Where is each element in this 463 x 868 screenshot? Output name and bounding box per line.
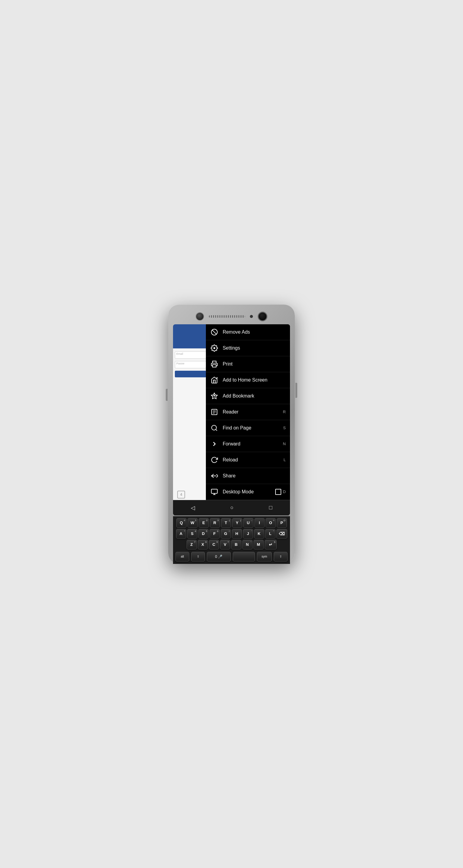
forward-shortcut: N — [283, 441, 286, 446]
key-t[interactable]: (T — [221, 518, 231, 528]
menu-item-find[interactable]: Find on Page S — [206, 420, 290, 436]
sensor-dot — [250, 315, 253, 318]
key-d[interactable]: 5D — [198, 529, 209, 538]
key-x[interactable]: 8X — [198, 540, 208, 550]
desktop-shortcut: D — [283, 490, 286, 494]
reload-shortcut: L — [284, 458, 286, 462]
tabs-count[interactable]: 4 — [177, 491, 185, 498]
svg-line-1 — [212, 330, 216, 334]
key-space[interactable] — [233, 552, 255, 561]
gear-icon — [210, 344, 219, 352]
key-m[interactable]: M — [253, 540, 264, 550]
reader-shortcut: R — [283, 410, 286, 414]
key-n[interactable]: 'N — [242, 540, 253, 550]
key-i[interactable]: I — [254, 518, 265, 528]
phone-device: 4 Email Passw Remove Ads — [168, 304, 295, 564]
settings-label: Settings — [223, 345, 286, 351]
svg-point-12 — [212, 425, 216, 430]
power-button[interactable] — [296, 383, 297, 398]
key-c[interactable]: 9C — [209, 540, 219, 550]
key-k[interactable]: K — [254, 529, 265, 538]
key-r[interactable]: 3R — [210, 518, 220, 528]
password-field: Passw — [175, 361, 206, 368]
print-label: Print — [223, 361, 286, 367]
key-alt[interactable]: alt — [176, 552, 189, 561]
key-q[interactable]: #Q — [176, 518, 187, 528]
key-a[interactable]: *A — [176, 529, 186, 538]
key-z[interactable]: 7Z — [187, 540, 197, 550]
context-menu: Remove Ads Settings Print — [206, 324, 290, 500]
menu-item-desktop-mode[interactable]: Desktop Mode D — [206, 484, 290, 500]
reload-icon — [210, 456, 219, 464]
reload-label: Reload — [223, 457, 284, 463]
add-home-label: Add to Home Screen — [223, 377, 286, 383]
key-p[interactable]: @P — [277, 518, 287, 528]
forward-icon — [210, 440, 219, 448]
front-camera-icon — [196, 312, 204, 321]
key-o[interactable]: +O — [266, 518, 276, 528]
svg-rect-16 — [211, 489, 217, 493]
home-button[interactable]: ○ — [224, 503, 240, 512]
key-sym[interactable]: sym — [257, 552, 272, 561]
back-button[interactable]: ◁ — [185, 503, 201, 513]
find-label: Find on Page — [223, 425, 283, 431]
menu-item-forward[interactable]: Forward N — [206, 436, 290, 452]
email-field: Email — [175, 351, 206, 359]
key-j[interactable]: 'J — [243, 529, 253, 538]
recents-button[interactable]: □ — [263, 503, 278, 512]
key-v[interactable]: ?V — [220, 540, 230, 550]
desktop-icon — [210, 488, 219, 496]
desktop-mode-checkbox[interactable] — [275, 489, 281, 495]
volume-button[interactable] — [166, 389, 167, 401]
add-bookmark-label: Add Bookmark — [223, 393, 286, 399]
key-g[interactable]: /G — [221, 529, 231, 538]
desktop-mode-label: Desktop Mode — [223, 489, 273, 495]
svg-line-13 — [216, 429, 217, 430]
phone-screen: 4 Email Passw Remove Ads — [173, 324, 290, 516]
key-b[interactable]: B — [231, 540, 242, 550]
key-y[interactable]: )Y — [232, 518, 242, 528]
menu-item-add-bookmark[interactable]: Add Bookmark — [206, 388, 290, 404]
menu-item-reload[interactable]: Reload L — [206, 452, 290, 468]
key-l[interactable]: "L — [265, 529, 276, 538]
key-e[interactable]: 2E — [198, 518, 209, 528]
bookmark-add-icon — [210, 392, 219, 400]
phone-top-bar — [173, 310, 290, 324]
background-page: Email Passw — [173, 324, 208, 500]
page-header — [173, 324, 208, 348]
menu-item-remove-ads[interactable]: Remove Ads — [206, 324, 290, 340]
keyboard-bottom-row: alt ⇧ 0 🎤 sym ⇧ — [174, 551, 289, 564]
menu-item-share[interactable]: Share — [206, 468, 290, 484]
key-mic[interactable]: 0 🎤 — [207, 552, 231, 561]
reader-label: Reader — [223, 409, 283, 415]
home-add-icon — [210, 376, 219, 384]
menu-item-print[interactable]: Print — [206, 356, 290, 372]
menu-item-reader[interactable]: Reader R — [206, 404, 290, 420]
print-icon — [210, 360, 219, 368]
keyboard-row-3: 7Z 8X 9C ?V B 'N M $↵ — [174, 540, 289, 550]
svg-rect-2 — [213, 365, 216, 367]
key-enter[interactable]: $↵ — [265, 540, 277, 550]
key-backspace[interactable]: ⌫ — [276, 529, 287, 538]
key-shift-right[interactable]: ⇧ — [274, 552, 287, 561]
keyboard-row-2: *A 4S 5D 6F /G H 'J K "L ⌫ — [174, 529, 289, 538]
key-s[interactable]: 4S — [187, 529, 197, 538]
key-h[interactable]: H — [232, 529, 242, 538]
key-f[interactable]: 6F — [210, 529, 220, 538]
block-icon — [210, 328, 219, 336]
speaker-grille — [209, 315, 245, 318]
menu-item-settings[interactable]: Settings — [206, 340, 290, 356]
key-shift-left[interactable]: ⇧ — [191, 552, 205, 561]
key-u[interactable]: -U — [243, 518, 253, 528]
key-w[interactable]: 1W — [187, 518, 198, 528]
back-camera-icon — [258, 312, 267, 321]
login-button — [175, 371, 206, 377]
page-body: Email Passw — [173, 348, 208, 380]
find-shortcut: S — [283, 426, 286, 430]
keyboard-row-1: #Q 1W 2E 3R (T )Y -U I +O @P — [174, 518, 289, 528]
physical-keyboard: #Q 1W 2E 3R (T )Y -U I +O @P *A 4S 5D 6F… — [173, 516, 290, 564]
screen-content: Email Passw Remove Ads — [173, 324, 290, 500]
menu-item-add-home[interactable]: Add to Home Screen — [206, 372, 290, 388]
search-icon — [210, 424, 219, 432]
tabs-indicator[interactable]: 4 — [176, 490, 186, 500]
